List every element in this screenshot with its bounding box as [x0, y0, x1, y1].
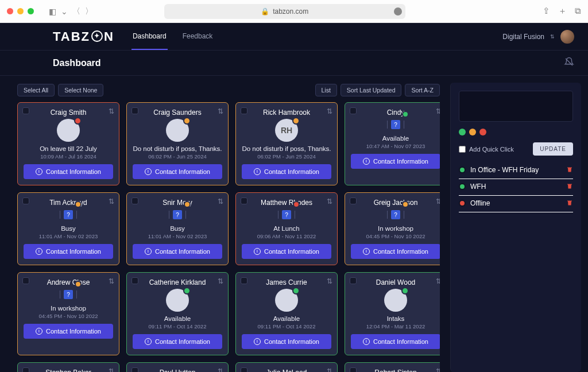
- update-button[interactable]: UPDATE: [533, 142, 573, 156]
- contact-info-button[interactable]: i Contact Information: [24, 324, 113, 339]
- reorder-icon[interactable]: ⇅: [327, 367, 332, 372]
- select-checkbox[interactable]: [241, 277, 247, 284]
- site-settings-icon[interactable]: [394, 7, 402, 16]
- quick-status-row[interactable]: Offline: [459, 196, 573, 212]
- new-tab-icon[interactable]: ＋: [558, 6, 567, 17]
- contact-info-button[interactable]: i Contact Information: [351, 244, 440, 259]
- trash-icon[interactable]: [566, 181, 573, 192]
- quick-status-label: In Office - WFH Friday: [470, 166, 562, 174]
- contact-info-button[interactable]: i Contact Information: [133, 164, 222, 179]
- info-icon: i: [36, 168, 42, 175]
- reorder-icon[interactable]: ⇅: [109, 107, 114, 115]
- status-red-button[interactable]: [479, 129, 486, 135]
- contact-info-button[interactable]: i Contact Information: [24, 244, 113, 259]
- person-card[interactable]: ⇅ Daniel Wood Intaks 12:04 PM - Mar 11 2…: [345, 272, 440, 355]
- reorder-icon[interactable]: ⇅: [436, 367, 440, 372]
- trash-icon[interactable]: [566, 198, 573, 208]
- person-card[interactable]: ⇅ Tim Ackroyd ? Busy 11:01 AM - Nov 02 2…: [17, 192, 119, 265]
- chevron-down-icon[interactable]: ⌄: [61, 7, 68, 16]
- person-card[interactable]: ⇅ Catherine Kirkland Available 09:11 PM …: [126, 272, 229, 355]
- back-icon[interactable]: 〈: [72, 6, 80, 17]
- contact-info-button[interactable]: i Contact Information: [133, 244, 222, 259]
- reorder-icon[interactable]: ⇅: [218, 277, 223, 285]
- reorder-icon[interactable]: ⇅: [327, 197, 332, 206]
- quick-click-checkbox[interactable]: [459, 146, 466, 153]
- reorder-icon[interactable]: ⇅: [436, 197, 440, 206]
- contact-info-button[interactable]: i Contact Information: [351, 334, 440, 349]
- reorder-icon[interactable]: ⇅: [327, 107, 332, 115]
- tab-feedback[interactable]: Feedback: [181, 24, 214, 50]
- select-checkbox[interactable]: [241, 367, 247, 372]
- status-orange-button[interactable]: [469, 129, 476, 135]
- select-none-button[interactable]: Select None: [58, 84, 103, 96]
- person-card[interactable]: ⇅ Stephen Baker Available i Contact Info…: [17, 362, 119, 372]
- minimize-window-icon[interactable]: [17, 8, 24, 14]
- status-green-button[interactable]: [459, 129, 466, 135]
- trash-icon[interactable]: [566, 165, 573, 175]
- account-menu[interactable]: Digital Fusion ⇅: [502, 30, 574, 44]
- select-checkbox[interactable]: [22, 277, 29, 284]
- address-bar[interactable]: 🔒 tabzon.com: [164, 4, 405, 19]
- tab-dashboard[interactable]: Dashboard: [131, 24, 168, 50]
- reorder-icon[interactable]: ⇅: [327, 277, 332, 285]
- person-card[interactable]: ⇅ James Currie Available 09:11 PM - Oct …: [235, 272, 338, 355]
- person-card[interactable]: ⇅ Cindy ? Available 10:47 AM - Nov 07 20…: [345, 102, 440, 185]
- close-window-icon[interactable]: [7, 8, 13, 14]
- share-icon[interactable]: ⇪: [543, 6, 550, 17]
- person-card[interactable]: ⇅ Snir Mory ? Busy 11:01 AM - Nov 02 202…: [126, 192, 229, 265]
- person-card[interactable]: ⇅ Rick Hambrook RH Do not disturb if pos…: [235, 102, 338, 185]
- reorder-icon[interactable]: ⇅: [436, 277, 440, 285]
- person-card[interactable]: ⇅ Robert Sinton Available i Contact Info…: [345, 362, 440, 372]
- contact-info-button[interactable]: i Contact Information: [242, 244, 331, 259]
- reorder-icon[interactable]: ⇅: [109, 197, 114, 206]
- select-checkbox[interactable]: [22, 367, 29, 372]
- person-card[interactable]: ⇅ Craig Smith On leave till 22 July 10:0…: [17, 102, 119, 185]
- select-all-button[interactable]: Select All: [17, 84, 55, 96]
- select-checkbox[interactable]: [22, 107, 29, 114]
- person-card[interactable]: ⇅ Matthew Rhodes ? At Lunch 09:06 AM - N…: [235, 192, 338, 265]
- select-checkbox[interactable]: [350, 277, 357, 284]
- contact-info-button[interactable]: i Contact Information: [242, 334, 331, 349]
- select-checkbox[interactable]: [131, 107, 138, 114]
- select-checkbox[interactable]: [350, 197, 357, 204]
- person-card[interactable]: ⇅ Paul Hutton Available i Contact Inform…: [126, 362, 229, 372]
- quick-status-row[interactable]: WFH: [459, 179, 573, 196]
- person-card[interactable]: ⇅ Greig Jackson ? In workshop 04:45 PM -…: [345, 192, 440, 265]
- contact-info-button[interactable]: i Contact Information: [133, 334, 222, 349]
- select-checkbox[interactable]: [241, 107, 247, 114]
- sort-updated-button[interactable]: Sort Last Updated: [341, 84, 402, 96]
- person-card[interactable]: ⇅ Andrew Close ? In workshop 04:45 PM - …: [17, 272, 119, 355]
- person-card[interactable]: ⇅ Julie McLeod Available i Contact Infor…: [235, 362, 338, 372]
- avatar: [560, 30, 574, 44]
- note-input[interactable]: [459, 91, 573, 122]
- select-checkbox[interactable]: [22, 197, 29, 204]
- select-checkbox[interactable]: [131, 277, 138, 284]
- person-card[interactable]: ⇅ Craig Saunders Do not disturb if poss,…: [126, 102, 229, 185]
- view-list-button[interactable]: List: [315, 84, 337, 96]
- contact-info-button[interactable]: i Contact Information: [351, 154, 440, 169]
- select-checkbox[interactable]: [350, 107, 357, 114]
- select-checkbox[interactable]: [241, 197, 247, 204]
- sidebar-toggle-icon[interactable]: ◧: [49, 7, 56, 16]
- reorder-icon[interactable]: ⇅: [218, 367, 223, 372]
- reorder-icon[interactable]: ⇅: [109, 277, 114, 285]
- select-checkbox[interactable]: [350, 367, 357, 372]
- contact-info-button[interactable]: i Contact Information: [24, 164, 113, 179]
- person-name: Rick Hambrook: [263, 108, 310, 117]
- reorder-icon[interactable]: ⇅: [218, 107, 223, 115]
- select-checkbox[interactable]: [131, 197, 138, 204]
- contact-info-button[interactable]: i Contact Information: [242, 164, 331, 179]
- reorder-icon[interactable]: ⇅: [109, 367, 114, 372]
- status-dot-icon: [293, 201, 300, 208]
- reorder-icon[interactable]: ⇅: [218, 197, 223, 206]
- sort-az-button[interactable]: Sort A-Z: [405, 84, 440, 96]
- maximize-window-icon[interactable]: [28, 8, 34, 14]
- select-checkbox[interactable]: [131, 367, 138, 372]
- notifications-icon[interactable]: [564, 57, 574, 69]
- person-name: Craig Smith: [51, 108, 87, 117]
- add-quick-click-checkbox[interactable]: Add Quick Click: [459, 146, 514, 153]
- reorder-icon[interactable]: ⇅: [436, 107, 440, 115]
- tabs-overview-icon[interactable]: ⧉: [575, 6, 581, 17]
- quick-status-row[interactable]: In Office - WFH Friday: [459, 162, 573, 179]
- forward-icon[interactable]: 〉: [85, 6, 93, 17]
